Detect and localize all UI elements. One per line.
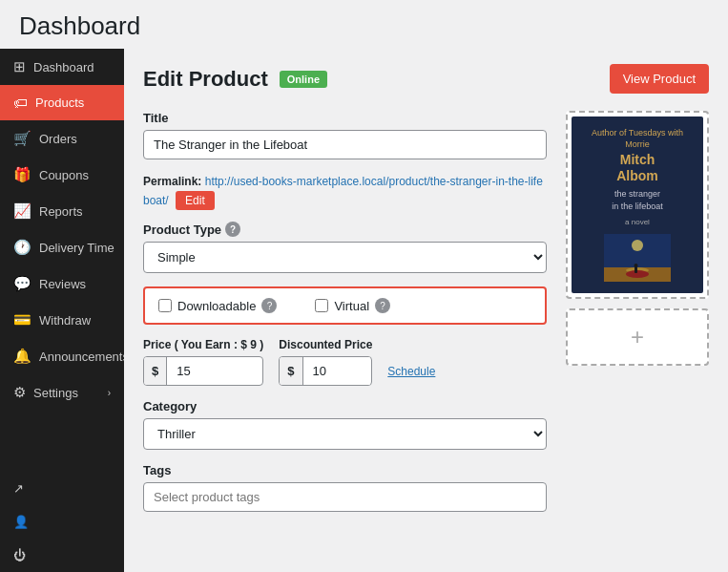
reviews-icon: 💬: [13, 275, 31, 292]
title-label: Title: [143, 111, 547, 125]
user-icon: 👤: [13, 515, 29, 529]
downloadable-help-icon[interactable]: ?: [261, 298, 277, 313]
settings-icon: ⚙: [13, 384, 26, 401]
price-earn-label: ( You Earn : $ 9 ): [175, 338, 264, 351]
tags-input[interactable]: [143, 482, 547, 512]
sidebar-label-products: Products: [35, 95, 84, 110]
dashboard-icon: ⊞: [13, 58, 26, 75]
category-label: Category: [143, 399, 547, 413]
product-type-help-icon[interactable]: ?: [225, 222, 240, 237]
sidebar-label-settings: Settings: [33, 386, 78, 400]
withdraw-icon: 💳: [13, 311, 31, 328]
downloadable-virtual-row: Downloadable ? Virtual ?: [143, 286, 547, 325]
announcements-icon: 🔔: [13, 348, 31, 365]
form-section: Title Permalink: http://used-books-marke…: [143, 111, 547, 525]
price-currency-sign: $: [144, 357, 167, 385]
products-icon: 🏷: [13, 95, 28, 111]
sidebar-item-orders[interactable]: 🛒 Orders: [0, 120, 124, 157]
sidebar-label-reports: Reports: [39, 204, 83, 219]
external-link-icon: ↗: [13, 481, 24, 496]
discounted-currency-sign: $: [280, 357, 302, 385]
delivery-icon: 🕐: [13, 239, 31, 256]
discounted-price-label: Discounted Price: [279, 338, 372, 351]
permalink-label: Permalink:: [143, 175, 201, 188]
sidebar-item-announcements[interactable]: 🔔 Announcements: [0, 338, 124, 374]
orders-icon: 🛒: [13, 130, 31, 147]
sidebar-label-dashboard: Dashboard: [33, 60, 94, 74]
tags-field-group: Tags: [143, 463, 547, 512]
schedule-link[interactable]: Schedule: [387, 365, 435, 386]
category-select[interactable]: Thriller Mystery Fiction Non-Fiction Sci…: [143, 418, 547, 450]
product-type-select[interactable]: Simple Variable Grouped External/Affilia…: [143, 242, 547, 273]
sidebar-label-coupons: Coupons: [39, 168, 89, 182]
sidebar: ⊞ Dashboard 🏷 Products 🛒 Orders 🎁 Coupon…: [0, 49, 124, 572]
sidebar-item-reviews[interactable]: 💬 Reviews: [0, 265, 124, 302]
category-field-group: Category Thriller Mystery Fiction Non-Fi…: [143, 399, 547, 450]
sidebar-item-withdraw[interactable]: 💳 Withdraw: [0, 302, 124, 338]
downloadable-checkbox-label[interactable]: Downloadable ?: [158, 298, 277, 313]
sidebar-external-link[interactable]: ↗: [0, 472, 124, 505]
virtual-checkbox-label[interactable]: Virtual ?: [315, 298, 390, 313]
sidebar-item-dashboard[interactable]: ⊞ Dashboard: [0, 49, 124, 85]
sidebar-item-coupons[interactable]: 🎁 Coupons: [0, 157, 124, 193]
tags-label: Tags: [143, 463, 547, 477]
view-product-button[interactable]: View Product: [610, 64, 709, 94]
sidebar-label-orders: Orders: [39, 132, 77, 146]
coupons-icon: 🎁: [13, 166, 31, 183]
virtual-help-icon[interactable]: ?: [375, 298, 390, 313]
edit-header: Edit Product Online View Product: [143, 64, 709, 94]
title-field-group: Title: [143, 111, 547, 159]
price-row: Price ( You Earn : $ 9 ) $ Discounted Pr…: [143, 338, 547, 386]
price-group: Price ( You Earn : $ 9 ) $: [143, 338, 263, 386]
edit-permalink-button[interactable]: Edit: [176, 191, 215, 210]
price-input-wrap: $: [143, 356, 263, 386]
permalink-row: Permalink: http://used-books-marketplace…: [143, 173, 547, 210]
sidebar-user[interactable]: 👤: [0, 505, 124, 539]
downloadable-checkbox[interactable]: [158, 299, 172, 312]
add-icon: +: [631, 324, 644, 350]
status-badge: Online: [280, 71, 327, 88]
edit-product-title: Edit Product: [143, 67, 268, 92]
sidebar-item-reports[interactable]: 📈 Reports: [0, 193, 124, 229]
book-cover-scene: [604, 234, 671, 282]
virtual-checkbox[interactable]: [315, 299, 328, 312]
svg-rect-5: [634, 266, 637, 273]
page-title: Dashboard: [0, 0, 728, 49]
title-input[interactable]: [143, 130, 547, 159]
main-content: Edit Product Online View Product Title P…: [124, 49, 728, 572]
image-section: Author of Tuesdays with Morrie MitchAlbo…: [566, 111, 709, 525]
edit-header-left: Edit Product Online: [143, 67, 327, 92]
product-image-container: Author of Tuesdays with Morrie MitchAlbo…: [566, 111, 709, 299]
virtual-label: Virtual: [334, 299, 369, 313]
discounted-price-input[interactable]: [303, 357, 370, 385]
sidebar-label-reviews: Reviews: [39, 277, 86, 291]
book-cover-author: Author of Tuesdays with Morrie: [579, 128, 696, 150]
svg-point-2: [632, 240, 643, 251]
book-cover-author-name: MitchAlbom: [616, 152, 658, 184]
discounted-price-input-wrap: $: [279, 356, 372, 386]
svg-point-6: [634, 264, 638, 267]
product-type-field-group: Product Type ? Simple Variable Grouped E…: [143, 222, 547, 273]
price-input[interactable]: [167, 357, 234, 385]
sidebar-bottom: ↗ 👤 ⏻: [0, 472, 124, 572]
content-area: Title Permalink: http://used-books-marke…: [143, 111, 709, 525]
downloadable-label: Downloadable: [177, 299, 256, 313]
sidebar-label-delivery: Delivery Time: [39, 241, 114, 255]
power-icon: ⏻: [13, 548, 26, 562]
product-type-label: Product Type ?: [143, 222, 547, 237]
book-cover: Author of Tuesdays with Morrie MitchAlbo…: [572, 117, 703, 293]
sidebar-label-announcements: Announcements: [39, 350, 129, 364]
book-cover-subtitle: the strangerin the lifeboat: [612, 188, 663, 212]
add-image-button[interactable]: +: [566, 308, 709, 366]
sidebar-item-settings[interactable]: ⚙ Settings ›: [0, 374, 124, 411]
discounted-price-group: Discounted Price $: [279, 338, 372, 386]
settings-chevron-icon: ›: [108, 388, 111, 398]
sidebar-item-products[interactable]: 🏷 Products: [0, 85, 124, 120]
price-label: Price ( You Earn : $ 9 ): [143, 338, 263, 351]
reports-icon: 📈: [13, 202, 31, 220]
sidebar-power[interactable]: ⏻: [0, 539, 124, 572]
sidebar-item-delivery-time[interactable]: 🕐 Delivery Time: [0, 229, 124, 265]
book-cover-novel-label: a novel: [625, 218, 650, 226]
sidebar-label-withdraw: Withdraw: [39, 313, 91, 328]
